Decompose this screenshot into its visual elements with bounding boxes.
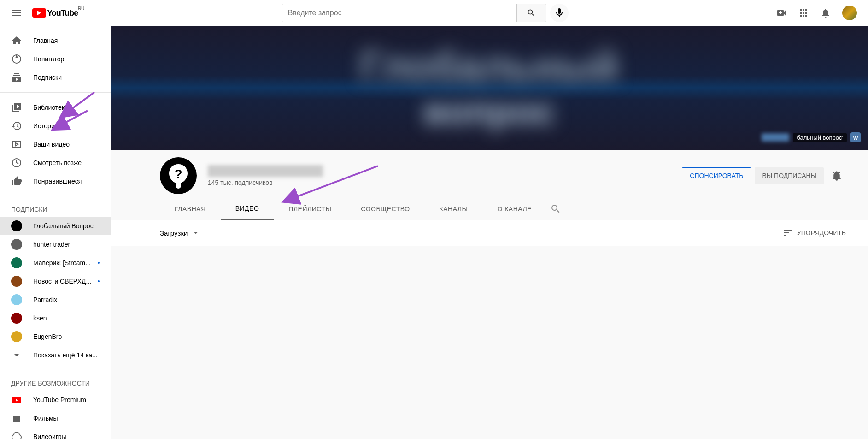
chevron-down-icon	[191, 228, 200, 237]
sidebar-item-gaming[interactable]: Видеоигры	[0, 427, 111, 439]
youtube-logo-icon	[32, 8, 46, 18]
subscriptions-icon	[11, 72, 22, 83]
channel-tab-2[interactable]: Плейлисты	[274, 198, 346, 220]
sidebar-item-movies[interactable]: Фильмы	[0, 409, 111, 427]
sidebar-item-label: Главная	[33, 37, 58, 44]
sidebar-item-label: Смотреть позже	[33, 159, 82, 166]
sidebar-item-explore[interactable]: Навигатор	[0, 50, 111, 68]
channel-search-button[interactable]	[546, 198, 565, 220]
vk-label: бальный вопрос'	[793, 133, 847, 142]
sort-button[interactable]: Упорядочить	[782, 227, 846, 238]
sidebar-separator	[0, 92, 111, 93]
sidebar-item-label: История	[33, 122, 58, 130]
sidebar-subscription-item[interactable]: Parradix	[0, 291, 111, 309]
channel-actions: Спонсировать Вы подписаны	[682, 166, 846, 185]
sidebar-item-history[interactable]: История	[0, 117, 111, 135]
header-left: YouTube RU	[7, 4, 78, 22]
channel-tab-5[interactable]: О канале	[482, 198, 546, 220]
apps-button[interactable]	[794, 4, 813, 22]
sidebar-item-your-videos[interactable]: Ваши видео	[0, 135, 111, 154]
youtube-logo[interactable]: YouTube RU	[32, 8, 78, 18]
sidebar-item-home[interactable]: Главная	[0, 31, 111, 50]
sponsor-button[interactable]: Спонсировать	[682, 167, 751, 184]
sort-label: Упорядочить	[797, 229, 846, 237]
subscription-avatar	[11, 257, 22, 268]
channel-header: ? 145 тыс. подписчиков Спонсировать Вы п…	[111, 150, 868, 194]
movies-icon	[11, 413, 22, 424]
banner-vk-link[interactable]: бальный вопрос' w	[762, 132, 861, 142]
channel-tab-3[interactable]: Сообщество	[346, 198, 424, 220]
user-avatar[interactable]	[842, 6, 857, 20]
channel-info: 145 тыс. подписчиков	[208, 165, 682, 186]
notifications-button[interactable]	[816, 4, 835, 22]
sidebar-item-subscriptions[interactable]: Подписки	[0, 68, 111, 87]
youtube-logo-text: YouTube	[47, 8, 78, 18]
sidebar-item-library[interactable]: Библиотека	[0, 98, 111, 117]
channel-tab-4[interactable]: Каналы	[425, 198, 483, 220]
channel-avatar[interactable]: ?	[160, 157, 197, 194]
sidebar-show-more[interactable]: Показать ещё 14 ка...	[0, 346, 111, 364]
explore-icon	[11, 53, 22, 65]
library-icon	[11, 102, 22, 113]
your-videos-icon	[11, 139, 22, 150]
liked-icon	[11, 176, 22, 187]
sidebar-item-label: hunter trader	[33, 241, 70, 248]
new-content-dot	[98, 280, 100, 282]
sort-icon	[782, 227, 793, 238]
videos-content-bar: Загрузки Упорядочить	[111, 220, 868, 246]
header-right	[772, 4, 861, 22]
microphone-icon	[554, 7, 565, 18]
subscription-avatar	[11, 220, 22, 231]
vk-blurred-prefix	[762, 133, 789, 142]
uploads-label: Загрузки	[160, 229, 188, 237]
voice-search-button[interactable]	[550, 4, 569, 22]
notification-bell-button[interactable]	[827, 166, 846, 185]
sidebar-subscription-item[interactable]: EugenBro	[0, 327, 111, 346]
sidebar-item-yt-premium[interactable]: YouTube Premium	[0, 391, 111, 409]
gaming-icon	[11, 431, 22, 439]
sidebar-subscription-item[interactable]: Новости СВЕРХД...	[0, 272, 111, 291]
sidebar-other-title: Другие возможности	[0, 376, 111, 391]
watch-later-icon	[11, 157, 22, 168]
search-input[interactable]	[282, 4, 516, 22]
subscribed-button[interactable]: Вы подписаны	[755, 167, 824, 184]
uploads-dropdown[interactable]: Загрузки	[160, 228, 200, 237]
subscription-avatar	[11, 276, 22, 287]
bell-active-icon	[831, 170, 842, 181]
sidebar-item-label: Понравившиеся	[33, 178, 82, 185]
sidebar-separator	[0, 370, 111, 370]
sidebar-item-label: ksen	[33, 314, 47, 322]
sidebar-separator	[0, 196, 111, 196]
sidebar-subscriptions-title: Подписки	[0, 202, 111, 217]
hamburger-menu-button[interactable]	[7, 4, 26, 22]
sidebar-subscription-item[interactable]: hunter trader	[0, 235, 111, 254]
search-button[interactable]	[516, 4, 546, 22]
home-icon	[11, 35, 22, 46]
sidebar-subscription-item[interactable]: Глобальный Вопрос	[0, 217, 111, 235]
youtube-region-label: RU	[78, 6, 84, 11]
sidebar-item-label: Глобальный Вопрос	[33, 222, 94, 230]
sidebar-subscription-item[interactable]: Маверик! [Stream...	[0, 254, 111, 272]
subscription-avatar	[11, 294, 22, 305]
history-icon	[11, 120, 22, 131]
sidebar-item-label: Новости СВЕРХД...	[33, 278, 91, 285]
sidebar-item-label: Показать ещё 14 ка...	[33, 351, 98, 359]
create-button[interactable]	[772, 4, 791, 22]
banner-blurred-text: Глобальный вопрос	[111, 26, 868, 150]
sidebar-item-watch-later[interactable]: Смотреть позже	[0, 154, 111, 172]
sidebar-item-label: Маверик! [Stream...	[33, 259, 91, 267]
channel-avatar-icon: ?	[164, 162, 192, 190]
search-icon	[550, 203, 561, 214]
hamburger-icon	[11, 7, 22, 18]
yt-premium-icon	[11, 394, 22, 405]
sidebar: ГлавнаяНавигаторПодписки БиблиотекаИстор…	[0, 26, 111, 439]
create-icon	[776, 7, 787, 18]
bell-icon	[820, 7, 831, 18]
channel-tabs: ГлавнаяВидеоПлейлистыСообществоКаналыО к…	[111, 198, 868, 220]
channel-tab-1[interactable]: Видео	[221, 198, 274, 220]
channel-tab-0[interactable]: Главная	[160, 198, 221, 220]
sidebar-item-liked[interactable]: Понравившиеся	[0, 172, 111, 190]
subscription-avatar	[11, 239, 22, 250]
sidebar-subscription-item[interactable]: ksen	[0, 309, 111, 327]
sidebar-item-label: Библиотека	[33, 104, 68, 111]
